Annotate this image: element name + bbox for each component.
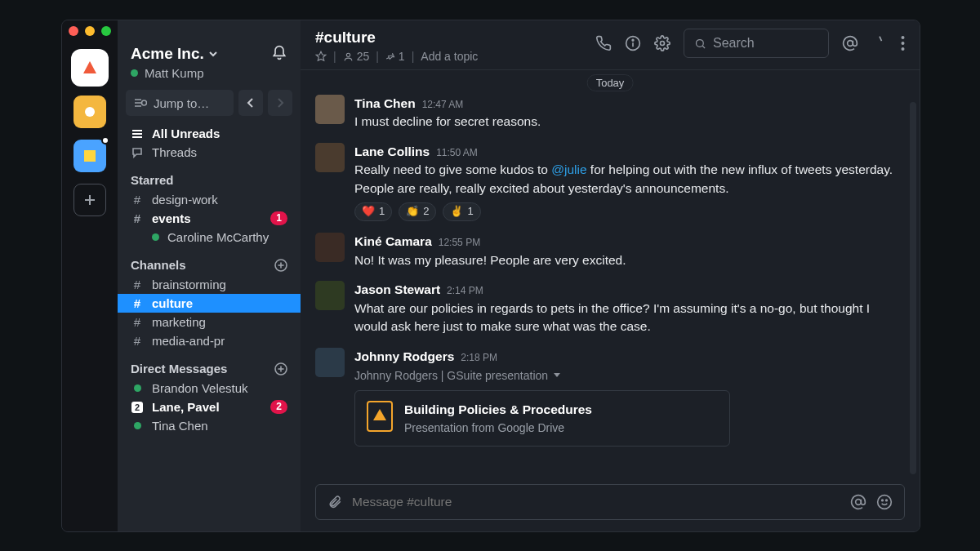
section-starred-header[interactable]: Starred	[118, 162, 301, 190]
message-author[interactable]: Lane Collins	[354, 143, 430, 161]
avatar[interactable]	[315, 348, 345, 377]
section-dms-header[interactable]: Direct Messages	[118, 350, 301, 379]
current-user-name: Matt Kump	[145, 66, 204, 80]
more-button[interactable]	[901, 35, 905, 51]
message-time: 2:14 PM	[447, 284, 483, 298]
message[interactable]: Lane Collins11:50 AMReally need to give …	[315, 143, 900, 221]
workspace-2[interactable]	[74, 96, 106, 128]
message[interactable]: Jason Stewart2:14 PMWhat are our policie…	[315, 281, 900, 335]
add-dm-button[interactable]	[274, 362, 287, 375]
message[interactable]: Tina Chen12:47 AMI must decline for secr…	[315, 95, 900, 131]
jump-to-button[interactable]: Jump to…	[126, 90, 234, 116]
star-icon	[871, 35, 888, 51]
reaction[interactable]: ✌️1	[443, 202, 480, 221]
star-channel-button[interactable]	[315, 51, 327, 62]
settings-button[interactable]	[654, 35, 670, 51]
workspace-rail	[62, 20, 118, 531]
team-switcher[interactable]: Acme Inc.	[131, 45, 217, 63]
current-user[interactable]: Matt Kump	[131, 66, 217, 80]
message[interactable]: Johnny Rodgers2:18 PMJohnny Rodgers | GS…	[315, 348, 900, 447]
workspace-3[interactable]	[74, 140, 106, 172]
members-button[interactable]: 25	[343, 50, 370, 63]
chevron-right-icon	[276, 98, 284, 108]
reaction[interactable]: ❤️1	[354, 202, 392, 221]
composer-mention-button[interactable]	[850, 494, 866, 510]
svg-point-22	[661, 42, 665, 46]
search-placeholder: Search	[713, 36, 755, 51]
jump-icon	[134, 97, 147, 109]
window-max[interactable]	[101, 26, 111, 36]
sidebar-item-tina-chen[interactable]: Tina Chen	[118, 416, 301, 435]
mentions-button[interactable]	[842, 35, 858, 51]
all-unreads[interactable]: All Unreads	[118, 124, 301, 143]
mention[interactable]: @julie	[551, 162, 586, 176]
add-topic-button[interactable]: Add a topic	[421, 50, 478, 63]
presence-dot-icon	[131, 69, 138, 77]
message-author[interactable]: Jason Stewart	[354, 281, 440, 299]
emoji-button[interactable]	[876, 494, 893, 510]
channel-title[interactable]: #culture	[315, 29, 478, 47]
attach-button[interactable]	[327, 495, 342, 509]
info-button[interactable]	[625, 35, 641, 51]
sidebar-item-label: events	[152, 211, 191, 225]
sidebar-item-brainstorming[interactable]: #brainstorming	[118, 275, 301, 294]
message-text: I must decline for secret reasons.	[354, 113, 541, 131]
paperclip-icon	[327, 495, 342, 509]
hash-icon: #	[131, 296, 144, 310]
message-author[interactable]: Tina Chen	[354, 95, 416, 113]
window-min[interactable]	[85, 26, 95, 36]
star-items-button[interactable]	[871, 35, 888, 51]
scrollbar[interactable]	[910, 102, 916, 474]
avatar[interactable]	[315, 143, 345, 172]
hash-icon: #	[131, 315, 144, 329]
workspace-1[interactable]	[74, 51, 106, 84]
caret-down-icon	[553, 372, 561, 379]
date-divider[interactable]: Today	[587, 74, 634, 91]
attachment-label[interactable]: Johnny Rodgers | GSuite presentation	[354, 367, 730, 384]
threads[interactable]: Threads	[118, 143, 301, 162]
sidebar-item-culture[interactable]: #culture	[118, 294, 301, 313]
channel-header: #culture | 25 | 1 | Ad	[301, 20, 920, 70]
search-input[interactable]: Search	[684, 29, 829, 58]
sidebar-item-lane-pavel[interactable]: 2Lane, Pavel2	[118, 398, 301, 416]
message-author[interactable]: Kiné Camara	[354, 233, 432, 251]
presence-dot-icon	[134, 384, 141, 392]
sidebar-item-label: brainstorming	[152, 278, 226, 291]
sidebar-item-label: Lane, Pavel	[152, 400, 220, 414]
sidebar-item-marketing[interactable]: #marketing	[118, 313, 301, 331]
person-icon	[343, 51, 354, 62]
emoji-icon: 👏	[406, 204, 419, 220]
sidebar-item-brandon-velestuk[interactable]: Brandon Velestuk	[118, 379, 301, 398]
svg-point-23	[697, 39, 704, 47]
attachment-card[interactable]: Building Policies & ProceduresPresentati…	[354, 390, 730, 447]
avatar[interactable]	[315, 233, 345, 262]
svg-line-24	[702, 46, 705, 48]
reaction[interactable]: 👏2	[399, 202, 436, 221]
gear-icon	[654, 35, 670, 51]
emoji-icon: ❤️	[362, 204, 375, 220]
history-back-button[interactable]	[238, 90, 263, 116]
add-workspace-button[interactable]	[74, 184, 106, 216]
gdrive-icon	[367, 401, 393, 432]
avatar[interactable]	[315, 95, 345, 124]
sidebar-item-events[interactable]: #events1	[118, 209, 301, 228]
call-button[interactable]	[595, 35, 612, 51]
sidebar-item-caroline-mccarthy[interactable]: Caroline McCarthy	[118, 228, 301, 247]
notifications-button[interactable]	[271, 45, 287, 61]
add-channel-button[interactable]	[274, 259, 287, 272]
reaction-count: 1	[379, 204, 385, 220]
composer-input[interactable]	[352, 495, 840, 509]
circle-icon	[84, 106, 96, 118]
pins-button[interactable]: 1	[385, 50, 405, 63]
message[interactable]: Kiné Camara12:55 PMNo! It was my pleasur…	[315, 233, 900, 269]
avatar[interactable]	[315, 281, 345, 310]
section-channels-header[interactable]: Channels	[118, 247, 301, 275]
sidebar-item-design-work[interactable]: #design-work	[118, 190, 301, 209]
message-composer[interactable]	[315, 484, 905, 520]
svg-marker-0	[83, 61, 96, 73]
message-author[interactable]: Johnny Rodgers	[354, 348, 454, 366]
sidebar-item-media-and-pr[interactable]: #media-and-pr	[118, 331, 301, 350]
window-close[interactable]	[69, 26, 78, 36]
history-forward-button[interactable]	[268, 90, 292, 116]
message-time: 12:55 PM	[439, 236, 480, 250]
